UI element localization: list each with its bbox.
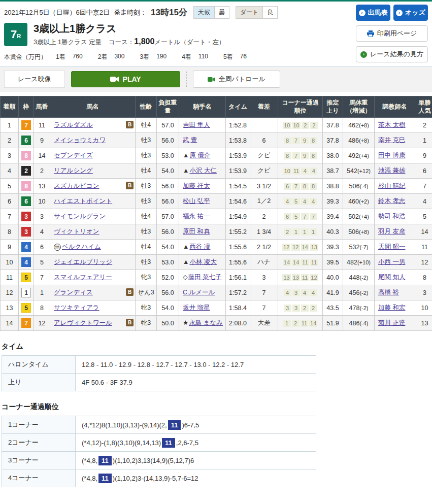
jockey-link[interactable]: 武 豊 <box>183 137 197 144</box>
last-3f: 39.3 <box>323 240 343 255</box>
horse-link[interactable]: アレヴィクトワール <box>54 319 112 326</box>
jockey-link[interactable]: 小沢 大仁 <box>189 167 216 174</box>
trainer-link[interactable]: 杉山 晴紀 <box>378 182 405 189</box>
horse-link[interactable]: サイモンルグラン <box>54 213 106 220</box>
jockey-link[interactable]: 原田 和真 <box>183 228 210 235</box>
corner-position: 12 <box>310 274 318 281</box>
horse-link[interactable]: メイショウミカワ <box>54 137 106 144</box>
trainer-link[interactable]: 高橋 裕 <box>378 289 399 296</box>
margin: 1 3/4 <box>250 224 278 240</box>
result-row: 5813Bスズカルビコン牡356.0加藤 祥太1:54.53 1/2678838… <box>1 179 432 194</box>
corner-position: 10 <box>292 122 301 129</box>
corner-row-label: 4コーナー <box>2 469 76 487</box>
jockey-link[interactable]: 福永 祐一 <box>183 213 210 220</box>
trainer-link[interactable]: 尾関 知人 <box>378 274 405 281</box>
horse-link[interactable]: ベルクハイム <box>62 243 101 250</box>
last-3f: 39.3 <box>323 194 343 209</box>
body-weight-diff: (-7) <box>359 244 368 250</box>
odds-button[interactable]: › オッズ <box>393 5 428 21</box>
jockey-link[interactable]: 藤田 菜七子 <box>188 274 222 281</box>
blinker-badge: B <box>126 288 134 296</box>
weather-value: 曇 <box>214 7 229 18</box>
last-3f: 40.0 <box>323 270 343 285</box>
horse-number: 11 <box>34 118 50 133</box>
track-condition-badge: ダート 良 <box>236 6 278 19</box>
trainer-link[interactable]: 田中 博康 <box>378 152 405 159</box>
trainer-link[interactable]: 菊川 正達 <box>378 319 405 326</box>
column-header: 着差 <box>250 96 278 118</box>
horse-link[interactable]: リアルシング <box>54 167 93 174</box>
horse-number: 13 <box>34 179 50 194</box>
horse-link[interactable]: ラズルダズル <box>54 121 93 128</box>
patrol-video-button[interactable]: 全周パトロール <box>193 71 280 88</box>
jockey-cell: 坂井 瑠星 <box>179 300 226 316</box>
entries-button[interactable]: › 出馬表 <box>356 5 390 21</box>
corner-row-value: (*4,12)-(1,8)(3,10)(9,14,13)11,2,6-7,5 <box>76 434 316 452</box>
trainer-link[interactable]: 茶木 太樹 <box>378 121 405 128</box>
horse-link[interactable]: グランディス <box>54 289 93 296</box>
trainer-link[interactable]: 池添 兼雄 <box>378 167 405 174</box>
result-row: 1157スマイルフェアリー牝352.0◇藤田 菜七子1:56.131313111… <box>1 270 432 285</box>
corner-position: 4 <box>284 289 291 296</box>
frame-number: 6 <box>21 196 31 206</box>
body-weight-value: 482 <box>347 259 357 266</box>
prize-item: 2着300 <box>98 53 125 61</box>
corner-position: 13 <box>292 274 300 281</box>
horse-name-cell: ヴィクトリオン <box>50 224 136 240</box>
finish-time: 1:54.9 <box>226 209 250 224</box>
jockey-link[interactable]: 小林 凌大 <box>189 258 216 265</box>
trainer-link[interactable]: 勢司 和浩 <box>378 213 405 220</box>
jockey-link[interactable]: C.ルメール <box>183 289 215 296</box>
jockey-link[interactable]: 吉田 隼人 <box>183 121 210 128</box>
jockey-link[interactable]: 松山 弘平 <box>183 197 210 205</box>
video-bar: レース映像 PLAY 全周パトロール <box>0 66 432 92</box>
trainer-link[interactable]: 加藤 和宏 <box>378 304 405 311</box>
finish-time: 2:08.0 <box>226 316 250 331</box>
corner-positions: 101144 <box>278 163 323 179</box>
sex-age: 牡4 <box>136 163 157 179</box>
jockey-link[interactable]: 加藤 祥太 <box>183 182 210 189</box>
corner-position: 4 <box>284 198 291 205</box>
trainer-link[interactable]: 天間 昭一 <box>378 243 405 250</box>
results-guide-button[interactable]: › レース結果の見方 <box>356 46 428 62</box>
sex-age: 牡4 <box>136 118 157 133</box>
results-guide-label: レース結果の見方 <box>370 50 423 59</box>
jockey-link[interactable]: 西谷 凜 <box>189 243 210 250</box>
blinker-badge: B <box>126 121 134 128</box>
trainer-link[interactable]: 羽月 友彦 <box>378 228 405 235</box>
trainer-cell: 田中 博康 <box>375 148 415 163</box>
corner-position: 14 <box>309 320 317 327</box>
jockey-link[interactable]: 永島 まなみ <box>189 319 223 326</box>
corner-position: 7 <box>292 183 300 190</box>
trainer-link[interactable]: 南井 克巳 <box>378 137 405 144</box>
trainer-link[interactable]: 小西 一男 <box>378 258 405 265</box>
prize-item: 3着190 <box>140 53 167 61</box>
margin: 大差 <box>250 316 278 331</box>
horse-link[interactable]: ジェイエルブリッジ <box>54 258 112 265</box>
corner-position: 10 <box>283 167 291 175</box>
print-page-button[interactable]: 印刷用ページ <box>356 25 428 42</box>
horse-link[interactable]: サツキティアラ <box>54 304 99 311</box>
jockey-link[interactable]: 坂井 瑠星 <box>183 304 210 311</box>
corner-positions: 101022 <box>278 118 323 133</box>
horse-link[interactable]: セブンデイズ <box>54 152 93 159</box>
horse-link[interactable]: ハイエストポイント <box>54 197 112 205</box>
prize-item: 5着76 <box>223 53 247 61</box>
corner-row-label: 3コーナー <box>2 452 76 469</box>
trainer-link[interactable]: 鈴木 孝志 <box>378 197 405 205</box>
corner-positions: 4344 <box>278 285 323 300</box>
corner-order-pre: (4,*12)8(1,10)(3,13)-(9,14)(2, <box>82 421 167 429</box>
win-favorite-rank: 3 <box>415 285 432 300</box>
win-favorite-rank: 10 <box>415 300 432 316</box>
finish-position: 10 <box>1 255 19 270</box>
corner-position: 14 <box>283 259 291 266</box>
horse-link[interactable]: スズカルビコン <box>54 182 99 189</box>
jockey-cell: 武 豊 <box>179 133 226 148</box>
frame-cell: 4 <box>19 255 34 270</box>
body-weight-value: 502 <box>348 213 359 220</box>
play-button[interactable]: PLAY <box>71 71 180 87</box>
horse-link[interactable]: ヴィクトリオン <box>54 228 99 235</box>
jockey-link[interactable]: 原 優介 <box>189 152 210 159</box>
horse-link[interactable]: スマイルフェアリー <box>54 274 112 281</box>
finish-time: 1:55.6 <box>226 240 250 255</box>
